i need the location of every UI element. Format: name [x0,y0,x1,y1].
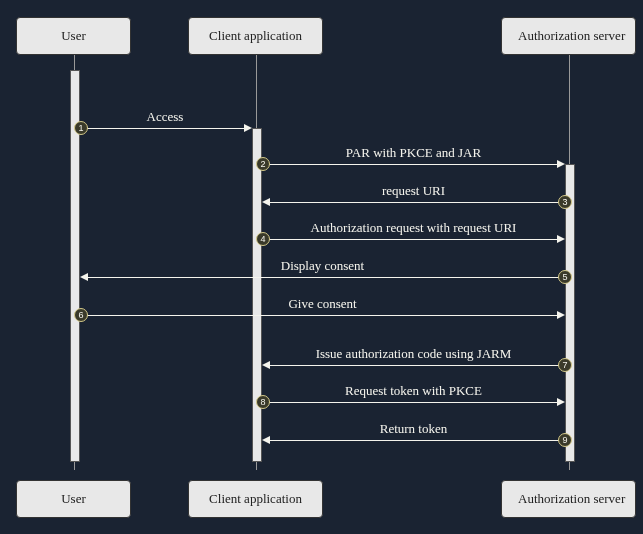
message-label-5: Display consent [80,258,565,274]
message-line-5 [88,277,565,278]
arrow-left-icon [80,273,88,281]
participant-server-top: Authorization server [501,17,636,55]
participant-server-bottom: Authorization server [501,480,636,518]
message-line-3 [270,202,565,203]
participant-user-bottom: User [16,480,131,518]
seq-badge-7: 7 [558,358,572,372]
seq-badge-2: 2 [256,157,270,171]
message-line-1 [80,128,244,129]
activation-client [252,128,262,462]
arrow-right-icon [244,124,252,132]
seq-badge-9: 9 [558,433,572,447]
message-label-2: PAR with PKCE and JAR [262,145,565,161]
arrow-left-icon [262,198,270,206]
arrow-right-icon [557,398,565,406]
arrow-right-icon [557,160,565,168]
participant-label: User [61,491,86,506]
seq-badge-4: 4 [256,232,270,246]
seq-badge-8: 8 [256,395,270,409]
message-label-4: Authorization request with request URI [262,220,565,236]
message-label-1: Access [80,109,250,125]
message-line-7 [270,365,565,366]
participant-client-bottom: Client application [188,480,323,518]
participant-user-top: User [16,17,131,55]
message-label-7: Issue authorization code using JARM [262,346,565,362]
message-label-9: Return token [262,421,565,437]
message-label-6: Give consent [80,296,565,312]
seq-badge-5: 5 [558,270,572,284]
participant-client-top: Client application [188,17,323,55]
arrow-right-icon [557,235,565,243]
participant-label: User [61,28,86,43]
message-label-3: request URI [262,183,565,199]
message-label-8: Request token with PKCE [262,383,565,399]
seq-badge-1: 1 [74,121,88,135]
participant-label: Client application [209,28,302,43]
participant-label: Authorization server [518,28,625,43]
message-line-4 [262,239,557,240]
arrow-left-icon [262,361,270,369]
message-line-8 [262,402,557,403]
seq-badge-3: 3 [558,195,572,209]
arrow-left-icon [262,436,270,444]
message-line-6 [80,315,557,316]
participant-label: Authorization server [518,491,625,506]
seq-badge-6: 6 [74,308,88,322]
arrow-right-icon [557,311,565,319]
message-line-9 [270,440,565,441]
message-line-2 [262,164,557,165]
participant-label: Client application [209,491,302,506]
